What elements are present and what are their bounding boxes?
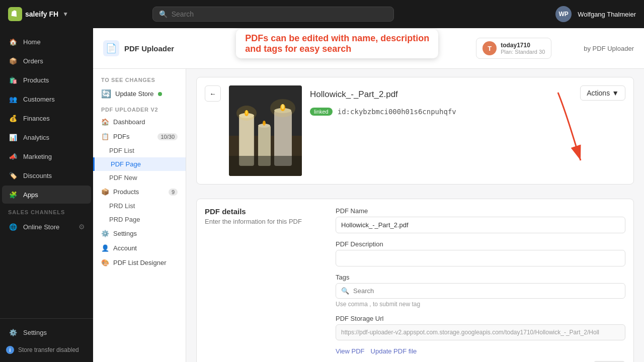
pdf-details-right: PDF Name PDF Description Tags 🔍 (336, 207, 625, 362)
tags-group: Tags 🔍 Use comma , to submit new tag (336, 274, 625, 308)
sidebar-item-customers[interactable]: 👥 Customers (2, 90, 91, 108)
sidebar-label-home: Home (23, 38, 41, 46)
sidebar-item-online-store[interactable]: 🌐 Online Store ⚙ (2, 218, 91, 236)
linked-badge: linked (310, 108, 333, 116)
search-box: 🔍 (152, 7, 394, 22)
sidebar-item-products[interactable]: 🛍️ Products (2, 71, 91, 89)
sidebar-label-analytics: Analytics (23, 134, 49, 141)
dashboard-label: Dashboard (113, 118, 145, 126)
details-subtitle: Enter the information for this PDF (205, 218, 326, 225)
sidebar-label-apps: Apps (23, 191, 38, 199)
sidebar-item-analytics[interactable]: 📊 Analytics (2, 128, 91, 146)
green-dot-indicator (158, 92, 162, 96)
svg-point-15 (270, 99, 295, 117)
sidebar-item-finances[interactable]: 💰 Finances (2, 109, 91, 127)
info-icon: i (6, 346, 14, 354)
plugin-nav-pdf-list-designer[interactable]: 🎨 PDF List Designer (93, 255, 186, 270)
finances-icon: 💰 (8, 113, 18, 123)
tags-search-input[interactable] (353, 287, 620, 295)
store-transfer-notice: i Store transfer disabled (0, 342, 93, 358)
pdf-list-label: PDF List (109, 147, 134, 154)
back-button[interactable]: ← (205, 85, 221, 102)
settings-nav-icon: ⚙️ (101, 230, 109, 237)
plugin-nav-products[interactable]: 📦 Products 9 (93, 185, 186, 199)
sidebar-bottom: ⚙️ Settings i Store transfer disabled (0, 318, 93, 358)
right-content: 📄 PDF Uploader PDFs can be edited with n… (93, 28, 644, 362)
sidebar-label-online-store: Online Store (23, 223, 59, 231)
products-nav-label: Products (113, 188, 139, 196)
online-store-settings-icon[interactable]: ⚙ (78, 223, 85, 231)
plan-avatar: T (482, 41, 497, 55)
store-logo[interactable]: saleify FH ▼ (8, 7, 68, 21)
pdf-details-card: PDF details Enter the information for th… (196, 199, 634, 362)
pdf-new-label: PDF New (109, 174, 137, 182)
prd-list-label: PRD List (109, 202, 135, 210)
user-avatar[interactable]: WP (555, 6, 572, 22)
plugin-nav-dashboard[interactable]: 🏠 Dashboard (93, 115, 186, 129)
sidebar-item-home[interactable]: 🏠 Home (2, 33, 91, 51)
by-text: by PDF Uploader (584, 45, 634, 52)
pdf-details-left: PDF details Enter the information for th… (205, 207, 326, 362)
actions-button[interactable]: Actions ▼ (580, 85, 625, 101)
app-icon: 📄 (103, 40, 119, 56)
search-container: 🔍 (152, 7, 394, 22)
actions-chevron-icon: ▼ (612, 89, 619, 97)
candle-svg (229, 85, 302, 176)
plugin-nav-pdf-new[interactable]: PDF New (93, 171, 186, 185)
products-badge: 9 (169, 189, 178, 196)
pdfs-label: PDFs (113, 133, 130, 140)
settings-icon: ⚙️ (8, 327, 18, 337)
svg-point-14 (236, 106, 257, 121)
view-pdf-link[interactable]: View PDF (336, 347, 365, 355)
username-label: Wolfgang Thalmeier (578, 11, 636, 18)
link-row: View PDF Update PDF file (336, 347, 625, 355)
sidebar-item-settings[interactable]: ⚙️ Settings (2, 323, 91, 341)
app-title: PDF Uploader (124, 44, 174, 53)
plugin-nav-account[interactable]: 👤 Account (93, 241, 186, 255)
plugin-nav-pdf-page[interactable]: PDF Page (93, 157, 186, 171)
plan-sub: Plan: Standard 30 (501, 49, 545, 55)
pdf-filename: Hollowick_-_Part_2.pdf (310, 89, 625, 100)
details-title: PDF details (205, 207, 326, 216)
update-pdf-link[interactable]: Update PDF file (371, 347, 417, 355)
sidebar-label-products: Products (23, 76, 49, 84)
plugin-nav-settings[interactable]: ⚙️ Settings (93, 226, 186, 241)
pdf-uploader-v2-label: PDF UPLOADER V2 (93, 103, 186, 115)
plugin-nav-pdf-list[interactable]: PDF List (93, 144, 186, 157)
storage-url-label: PDF Storage Url (336, 315, 625, 322)
plugin-nav-pdfs[interactable]: 📋 PDFs 10/30 (93, 129, 186, 144)
top-nav: saleify FH ▼ 🔍 WP Wolfgang Thalmeier (0, 0, 644, 28)
store-transfer-text: Store transfer disabled (18, 346, 79, 353)
pdf-desc-input[interactable] (336, 250, 625, 266)
sidebar-label-discounts: Discounts (23, 172, 52, 179)
to-see-changes-label: TO SEE CHANGES (93, 73, 186, 85)
refresh-icon: 🔄 (101, 89, 111, 99)
svg-rect-16 (229, 156, 302, 176)
pdf-id-row: linked id:ckybzbmci000h01s6cnpuhqfv (310, 108, 625, 116)
account-label: Account (113, 244, 137, 252)
sidebar-item-marketing[interactable]: 📣 Marketing (2, 147, 91, 165)
app-bar: 📄 PDF Uploader PDFs can be edited with n… (93, 28, 644, 69)
actions-label: Actions (587, 89, 610, 97)
plugin-nav-prd-list[interactable]: PRD List (93, 199, 186, 213)
sidebar-item-apps[interactable]: 🧩 Apps (2, 186, 91, 204)
pdf-id: id:ckybzbmci000h01s6cnpuhqfv (338, 108, 456, 116)
pdf-info: Hollowick_-_Part_2.pdf linked id:ckybzbm… (310, 85, 625, 116)
tags-hint: Use comma , to submit new tag (336, 301, 625, 308)
tags-search-icon: 🔍 (341, 287, 349, 295)
pdf-name-label: PDF Name (336, 207, 625, 215)
store-name: saleify FH (25, 10, 58, 18)
pdf-desc-group: PDF Description (336, 240, 625, 266)
products-icon: 🛍️ (8, 75, 18, 85)
pdf-name-input[interactable] (336, 217, 625, 233)
customers-icon: 👥 (8, 94, 18, 104)
update-store-btn[interactable]: 🔄 Update Store (93, 85, 186, 103)
pdfs-icon: 📋 (101, 133, 109, 140)
sidebar-item-discounts[interactable]: 🏷️ Discounts (2, 166, 91, 185)
update-store-label: Update Store (115, 90, 154, 98)
sidebar-item-orders[interactable]: 📦 Orders (2, 52, 91, 70)
tooltip-line1: PDFs can be edited with name, descriptio… (245, 33, 429, 44)
plugin-nav-prd-page[interactable]: PRD Page (93, 213, 186, 226)
search-input[interactable] (172, 10, 387, 18)
sidebar-label-marketing: Marketing (23, 153, 52, 160)
